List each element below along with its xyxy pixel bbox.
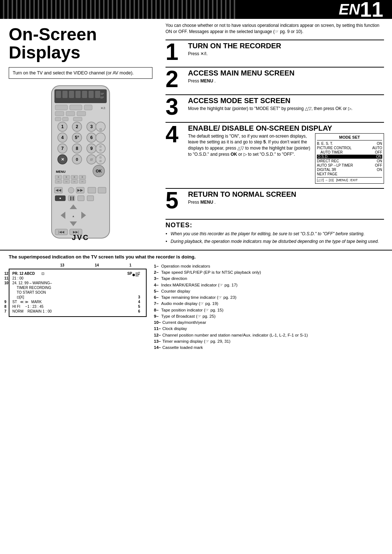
bottom-layout: 13 14 1 ●II 12 PR. 12 ABCD ⊡ SP 2 11 21 … — [9, 263, 383, 351]
mode-set-row-directrec: DIRECT REC ON — [317, 159, 382, 163]
svg-rect-3 — [62, 91, 68, 98]
page-number: 11 — [360, 0, 383, 20]
remote-svg: SP EP ✕/I 1 2 — [44, 84, 117, 244]
right-column: You can choose whether or not to have va… — [160, 19, 392, 246]
step-5-content: RETURN TO NORMAL SCREEN Press MENU . — [188, 190, 384, 205]
mode-best-value: ON — [377, 142, 382, 146]
svg-text:8: 8 — [76, 146, 78, 151]
indicator-13: 13–Timer warning display (☞ pg. 29, 31) — [154, 338, 383, 345]
indicator-14: 14–Cassette loaded mark — [154, 345, 383, 351]
svg-text:–: – — [73, 180, 75, 183]
svg-rect-4 — [69, 91, 74, 98]
notes-title: NOTES: — [166, 221, 384, 229]
left-column: On-Screen Displays Turn on the TV and se… — [0, 19, 160, 246]
tv-start-label: TO START SOON — [17, 290, 46, 294]
step-4: 4 ENABLE/ DISABLE ON-SCREEN DISPLAY The … — [166, 122, 384, 184]
svg-text:✕: ✕ — [61, 157, 64, 162]
svg-text:⊡: ⊡ — [99, 145, 102, 148]
tv-row8-label: HI FI −1 : 23 : 45 — [12, 305, 44, 309]
indicator-2: 2–Tape speed SP/LP/EP (EP is for NTSC pl… — [154, 269, 383, 276]
step-5-desc: Press MENU . — [188, 199, 384, 205]
tv-row-x: ⊡[X] 3 — [12, 295, 143, 299]
mode-directrec-label: DIRECT REC — [317, 159, 339, 163]
step-3-number: 3 — [166, 97, 185, 118]
indicator-6: 6–Tape remaining time indicator (☞ pg. 2… — [154, 294, 383, 301]
indicator-12: 12–Channel position number and station n… — [154, 332, 383, 338]
tv-row-timer: TIMER RECORDING — [12, 286, 143, 290]
indicator-11: 11–Clock display — [154, 326, 383, 332]
tv-label-12: 12 — [4, 272, 8, 276]
tv-marker-13: 13 — [60, 263, 64, 267]
svg-text:5°: 5° — [75, 135, 79, 140]
tv-label-11: 11 — [4, 276, 8, 280]
tv-marker-1: 1 — [129, 263, 131, 267]
tv-row-12: 12 PR. 12 ABCD ⊡ SP 2 — [12, 272, 143, 276]
indicator-3: 3–Tape direction — [154, 276, 383, 282]
svg-text:///: /// — [90, 158, 93, 162]
step-4-text: The default setting is "ON", so if you w… — [188, 133, 311, 184]
tv-row-11: 11 21 : 00 — [12, 276, 143, 280]
svg-rect-16 — [66, 111, 75, 116]
step-4-number: 4 — [166, 124, 185, 145]
indicator-1: 1–Operation mode indicators — [154, 263, 383, 269]
en-label: EN — [339, 1, 360, 18]
notes-section: NOTES: When you use this recorder as the… — [166, 219, 384, 245]
remote-illustration: SP EP ✕/I 1 2 — [9, 84, 152, 244]
tv-row12-label: PR. 12 ABCD — [12, 272, 41, 276]
svg-rect-14 — [84, 105, 92, 110]
svg-rect-13 — [70, 105, 82, 110]
tv-row9-num: 4 — [138, 300, 140, 304]
svg-text:+: + — [73, 175, 75, 179]
svg-text:◀◀: ◀◀ — [56, 188, 61, 192]
svg-text:–: – — [81, 180, 83, 183]
svg-rect-85 — [87, 196, 94, 201]
steps-container: 1 TURN ON THE RECORDER Press ✕/I. 2 ACCE… — [166, 40, 384, 215]
tv-label-8: 8 — [4, 305, 7, 309]
intro-text: You can choose whether or not to have va… — [166, 23, 384, 35]
mode-picture-value: AUTO — [372, 146, 382, 150]
step-1-content: TURN ON THE RECORDER Press ✕/I. — [188, 42, 384, 57]
tv-row-8: 8 HI FI −1 : 23 : 45 5 — [12, 305, 143, 309]
tv-row-start: TO START SOON — [12, 290, 143, 294]
svg-point-35 — [96, 133, 105, 142]
mode-set-row-digital3r: DIGITAL 3R ON — [317, 168, 382, 172]
tv-marker-14: 14 — [95, 263, 99, 267]
tv-row12-icon: ⊡ — [41, 272, 44, 276]
tv-screen: ●II 12 PR. 12 ABCD ⊡ SP 2 11 21 : 00 10 — [9, 269, 147, 317]
mode-nextpage-label: NEXT PAGE — [317, 172, 337, 176]
svg-text:JVC: JVC — [72, 233, 89, 241]
step-5-title: RETURN TO NORMAL SCREEN — [188, 190, 384, 198]
svg-text:⊡: ⊡ — [99, 149, 102, 151]
tv-row-x-num: 3 — [138, 295, 140, 299]
svg-text:EP: EP — [101, 96, 104, 99]
tv-row11-label: 21 : 00 — [12, 276, 24, 280]
indicator-5: 5–Counter display — [154, 288, 383, 294]
intro-box: Turn on the TV and select the VIDEO chan… — [9, 67, 152, 79]
tv-row12-sp: SP — [127, 272, 132, 276]
step-2: 2 ACCESS MAIN MENU SCREEN Press MENU . — [166, 67, 384, 90]
mode-autolp-value: OFF — [375, 163, 382, 167]
svg-rect-6 — [82, 91, 87, 98]
svg-text:⊡: ⊡ — [99, 156, 102, 159]
mode-set-row-osd: O.S.D. ON — [317, 155, 382, 159]
mode-set-row-autolp: AUTO SP→LP TIMER OFF — [317, 163, 382, 167]
mode-autotimer-label: AUTO TIMER — [320, 150, 343, 154]
svg-text:7: 7 — [61, 146, 64, 151]
indicators-ol: 1–Operation mode indicators 2–Tape speed… — [154, 263, 383, 351]
step-4-layout: The default setting is "ON", so if you w… — [188, 133, 384, 184]
note-item-2: During playback, the operation mode indi… — [166, 239, 384, 245]
step-5-number: 5 — [166, 190, 185, 211]
bottom-title: The superimposed indication on the TV sc… — [9, 254, 383, 260]
svg-text:▶▶: ▶▶ — [77, 188, 83, 192]
mode-set-row-autotimer: AUTO TIMER OFF — [317, 150, 382, 154]
tv-timer-label: TIMER RECORDING — [17, 286, 51, 290]
svg-rect-7 — [89, 91, 94, 98]
mode-set-row-picture: PICTURE CONTROL AUTO — [317, 146, 382, 150]
svg-text:●: ● — [59, 196, 61, 200]
svg-text:⊡: ⊡ — [99, 160, 102, 162]
svg-rect-8 — [95, 91, 100, 98]
mode-osd-value: ON — [376, 155, 381, 159]
step-1-title: TURN ON THE RECORDER — [188, 42, 384, 50]
svg-text:|◀◀: |◀◀ — [58, 230, 64, 234]
mode-osd-label: O.S.D. — [318, 155, 328, 159]
